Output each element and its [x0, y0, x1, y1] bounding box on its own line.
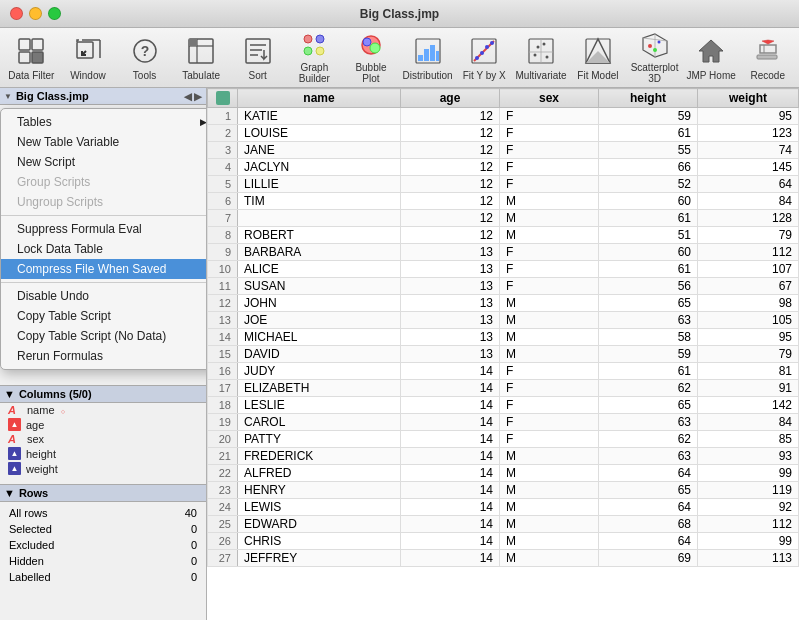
column-item-weight[interactable]: ▲ weight [0, 461, 206, 476]
data-filter-tool[interactable]: Data Filter [4, 31, 59, 85]
rows-stat-all-label: All rows [6, 506, 148, 520]
bubble-plot-tool[interactable]: Bubble Plot [344, 31, 399, 85]
cell-age: 14 [401, 516, 500, 533]
menu-item-new-table-variable[interactable]: New Table Variable [1, 132, 207, 152]
col-header-age[interactable]: age [401, 89, 500, 108]
minimize-button[interactable] [29, 7, 42, 20]
table-row: 17 ELIZABETH 14 F 62 91 [208, 380, 799, 397]
cell-weight: 105 [697, 312, 798, 329]
svg-point-39 [534, 53, 537, 56]
cell-name: EDWARD [238, 516, 401, 533]
col-header-sex[interactable]: sex [500, 89, 599, 108]
cell-weight: 113 [697, 550, 798, 567]
graph-builder-tool[interactable]: Graph Builder [287, 31, 342, 85]
window-title: Big Class.jmp [360, 7, 439, 21]
window-tool[interactable]: Window [61, 31, 116, 85]
svg-point-32 [475, 56, 479, 60]
menu-item-tables[interactable]: Tables [1, 112, 207, 132]
svg-rect-29 [436, 51, 439, 61]
col-header-weight[interactable]: weight [697, 89, 798, 108]
cell-sex: F [500, 108, 599, 125]
table-name-label: Big Class.jmp [16, 90, 180, 102]
column-item-height[interactable]: ▲ height [0, 446, 206, 461]
data-filter-icon [15, 35, 47, 67]
cell-age: 13 [401, 244, 500, 261]
menu-item-rerun-formulas[interactable]: Rerun Formulas [1, 346, 207, 366]
menu-item-lock-data-table[interactable]: Lock Data Table [1, 239, 207, 259]
window-controls [10, 7, 61, 20]
table-titlebar[interactable]: ▼ Big Class.jmp ◀ ▶ [0, 88, 206, 105]
disclosure-triangle[interactable]: ▼ [4, 92, 12, 101]
sort-label: Sort [249, 70, 267, 81]
distribution-tool[interactable]: Distribution [400, 31, 455, 85]
cell-name: LOUISE [238, 125, 401, 142]
rows-section-header[interactable]: ▼ Rows [0, 484, 206, 502]
cell-weight: 79 [697, 346, 798, 363]
cell-name: ROBERT [238, 227, 401, 244]
menu-item-suppress-formula[interactable]: Suppress Formula Eval [1, 219, 207, 239]
cell-weight: 145 [697, 159, 798, 176]
column-item-age[interactable]: ▲ age [0, 417, 206, 432]
close-button[interactable] [10, 7, 23, 20]
cell-sex: M [500, 312, 599, 329]
row-num-cell: 17 [208, 380, 238, 397]
column-item-name[interactable]: A name ⬦ [0, 403, 206, 417]
tools-tool[interactable]: ? Tools [117, 31, 172, 85]
rows-stat-hidden-label: Hidden [6, 554, 148, 568]
column-label-sex: sex [27, 433, 44, 445]
cell-height: 55 [599, 142, 698, 159]
cell-sex: F [500, 142, 599, 159]
tools-icon: ? [129, 35, 161, 67]
cell-sex: F [500, 125, 599, 142]
nav-left-icon[interactable]: ◀ [184, 91, 192, 102]
recode-tool[interactable]: Recode [740, 31, 795, 85]
cell-name: JOHN [238, 295, 401, 312]
table-row: 27 JEFFREY 14 M 69 113 [208, 550, 799, 567]
columns-section-header[interactable]: ▼ Columns (5/0) [0, 385, 206, 403]
table-header-row: name age sex height weight [208, 89, 799, 108]
table-row: 11 SUSAN 13 F 56 67 [208, 278, 799, 295]
data-filter-label: Data Filter [8, 70, 54, 81]
cell-sex: M [500, 482, 599, 499]
nav-right-icon[interactable]: ▶ [194, 91, 202, 102]
row-num-cell: 19 [208, 414, 238, 431]
cell-name: FREDERICK [238, 448, 401, 465]
jmp-home-tool[interactable]: JMP Home [684, 31, 739, 85]
svg-point-23 [363, 38, 371, 46]
cell-sex: F [500, 431, 599, 448]
cell-age: 13 [401, 312, 500, 329]
row-num-cell: 18 [208, 397, 238, 414]
sort-tool[interactable]: Sort [230, 31, 285, 85]
cell-age: 12 [401, 159, 500, 176]
maximize-button[interactable] [48, 7, 61, 20]
cell-age: 14 [401, 414, 500, 431]
multivariate-tool[interactable]: Multivariate [513, 31, 568, 85]
row-num-cell: 1 [208, 108, 238, 125]
column-item-sex[interactable]: A sex [0, 432, 206, 446]
table-row: 7 12 M 61 128 [208, 210, 799, 227]
row-num-cell: 23 [208, 482, 238, 499]
cell-name: KATIE [238, 108, 401, 125]
row-num-cell: 9 [208, 244, 238, 261]
menu-item-copy-table-no-data[interactable]: Copy Table Script (No Data) [1, 326, 207, 346]
scatterplot-3d-tool[interactable]: Scatterplot 3D [627, 31, 682, 85]
col-header-name[interactable]: name [238, 89, 401, 108]
fit-y-x-tool[interactable]: Fit Y by X [457, 31, 512, 85]
menu-item-disable-undo[interactable]: Disable Undo [1, 286, 207, 306]
context-menu: Tables New Table Variable New Script Gro… [0, 108, 207, 370]
cell-name: ALICE [238, 261, 401, 278]
menu-item-compress-file[interactable]: Compress File When Saved [1, 259, 207, 279]
cell-height: 65 [599, 295, 698, 312]
fit-model-tool[interactable]: Fit Model [571, 31, 626, 85]
col-header-height[interactable]: height [599, 89, 698, 108]
cell-height: 63 [599, 312, 698, 329]
tabulate-tool[interactable]: Tabulate [174, 31, 229, 85]
menu-item-copy-table-script[interactable]: Copy Table Script [1, 306, 207, 326]
cell-weight: 85 [697, 431, 798, 448]
column-icon-age: ▲ [8, 418, 21, 431]
cell-weight: 79 [697, 227, 798, 244]
cell-name: BARBARA [238, 244, 401, 261]
cell-height: 62 [599, 380, 698, 397]
cell-height: 64 [599, 533, 698, 550]
menu-item-new-script[interactable]: New Script [1, 152, 207, 172]
